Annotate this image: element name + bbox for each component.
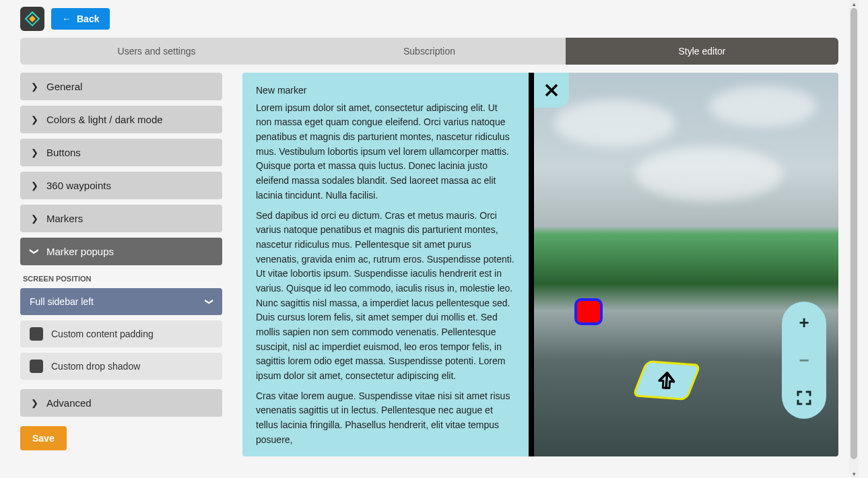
accordion-marker-popups[interactable]: ❯ Marker popups [20,238,222,265]
checkbox-icon [30,327,43,341]
waypoint-arrow[interactable] [632,360,701,401]
zoom-out-button[interactable]: − [794,350,814,370]
chevron-right-icon: ❯ [31,213,38,224]
checkbox-icon [30,360,43,373]
panorama-image[interactable]: + − [534,73,838,456]
plus-icon: + [799,312,809,333]
scroll-down-arrow-icon: ▾ [850,471,857,477]
save-button[interactable]: Save [20,426,67,450]
popup-paragraph: Lorem ipsum dolor sit amet, consectetur … [256,101,515,203]
tab-users-settings[interactable]: Users and settings [20,38,293,65]
popup-paragraph: Cras vitae lorem augue. Suspendisse vita… [256,389,515,448]
popup-paragraph: Sed dapibus id orci eu dictum. Cras et m… [256,209,515,384]
popup-title: New marker [256,83,515,98]
zoom-controls: + − [782,302,826,419]
chevron-down-icon: ❯ [30,248,40,255]
chevron-right-icon: ❯ [31,114,38,125]
svg-rect-1 [29,15,36,22]
accordion-buttons[interactable]: ❯ Buttons [20,139,222,166]
screen-position-select[interactable]: Full sidebar left ❯ [20,288,222,315]
scroll-up-arrow-icon: ▴ [850,1,857,7]
main-tabs: Users and settings Subscription Style ed… [20,38,838,65]
arrow-left-icon: ← [62,13,71,24]
chevron-right-icon: ❯ [31,398,38,408]
tab-subscription[interactable]: Subscription [293,38,566,65]
option-custom-content-padding[interactable]: Custom content padding [20,320,222,347]
sidebar: ❯ General ❯ Colors & light / dark mode ❯… [20,73,222,456]
option-custom-drop-shadow[interactable]: Custom drop shadow [20,353,222,380]
chevron-right-icon: ❯ [31,81,38,92]
zoom-in-button[interactable]: + [794,312,814,333]
marker-pin[interactable] [574,298,603,325]
arrow-up-icon [655,368,679,392]
preview-canvas: New marker Lorem ipsum dolor sit amet, c… [242,73,838,456]
accordion-general[interactable]: ❯ General [20,73,222,100]
back-button[interactable]: ← Back [51,8,110,30]
back-label: Back [77,13,99,24]
close-popup-button[interactable] [534,73,569,108]
minus-icon: − [799,350,809,371]
screen-position-label: SCREEN POSITION [20,275,222,283]
accordion-markers[interactable]: ❯ Markers [20,205,222,232]
fullscreen-icon [797,390,811,405]
diamond-icon [25,11,40,26]
fullscreen-button[interactable] [794,388,814,408]
marker-popup-panel: New marker Lorem ipsum dolor sit amet, c… [242,73,529,456]
close-icon [544,83,559,98]
panel-divider[interactable] [529,73,534,456]
chevron-right-icon: ❯ [31,180,38,191]
tab-style-editor[interactable]: Style editor [566,38,838,65]
app-logo[interactable] [20,7,44,31]
chevron-right-icon: ❯ [31,147,38,158]
accordion-advanced[interactable]: ❯ Advanced [20,389,222,417]
chevron-down-icon: ❯ [205,298,214,305]
page-scrollbar[interactable]: ▴ ▾ [849,0,859,478]
accordion-360-waypoints[interactable]: ❯ 360 waypoints [20,172,222,199]
accordion-colors[interactable]: ❯ Colors & light / dark mode [20,106,222,133]
scrollbar-thumb[interactable] [850,8,857,459]
